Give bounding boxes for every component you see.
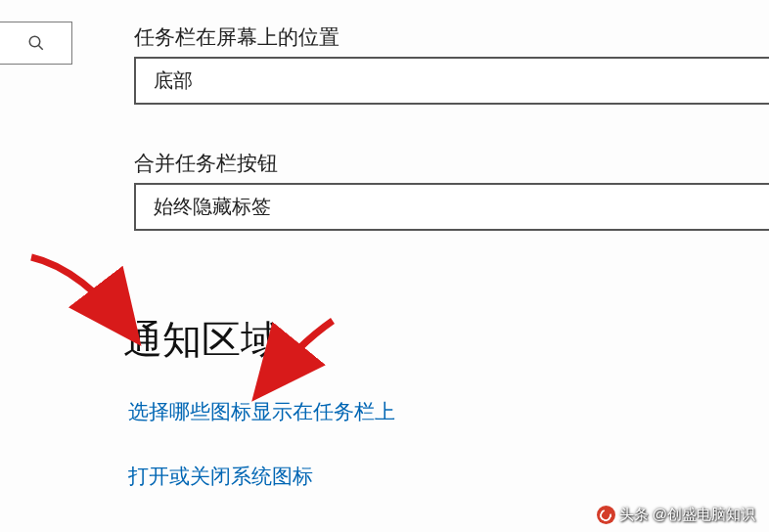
combine-buttons-dropdown[interactable]: 始终隐藏标签 [134, 183, 769, 231]
svg-point-0 [29, 36, 40, 47]
search-icon [27, 34, 45, 52]
watermark-logo-icon [597, 506, 615, 524]
system-icons-link[interactable]: 打开或关闭系统图标 [128, 463, 313, 490]
search-input[interactable] [0, 22, 72, 65]
watermark: 头条 @创盛电脑知识 [597, 506, 755, 524]
taskbar-position-value: 底部 [154, 67, 193, 94]
combine-buttons-value: 始终隐藏标签 [154, 194, 271, 220]
taskbar-position-dropdown[interactable]: 底部 [134, 57, 769, 105]
svg-line-1 [38, 45, 43, 50]
watermark-text: 头条 @创盛电脑知识 [619, 506, 755, 524]
combine-buttons-label: 合并任务栏按钮 [134, 150, 278, 177]
taskbar-position-label: 任务栏在屏幕上的位置 [134, 23, 339, 51]
select-icons-link[interactable]: 选择哪些图标显示在任务栏上 [128, 398, 395, 425]
notification-area-heading: 通知区域 [123, 313, 280, 367]
